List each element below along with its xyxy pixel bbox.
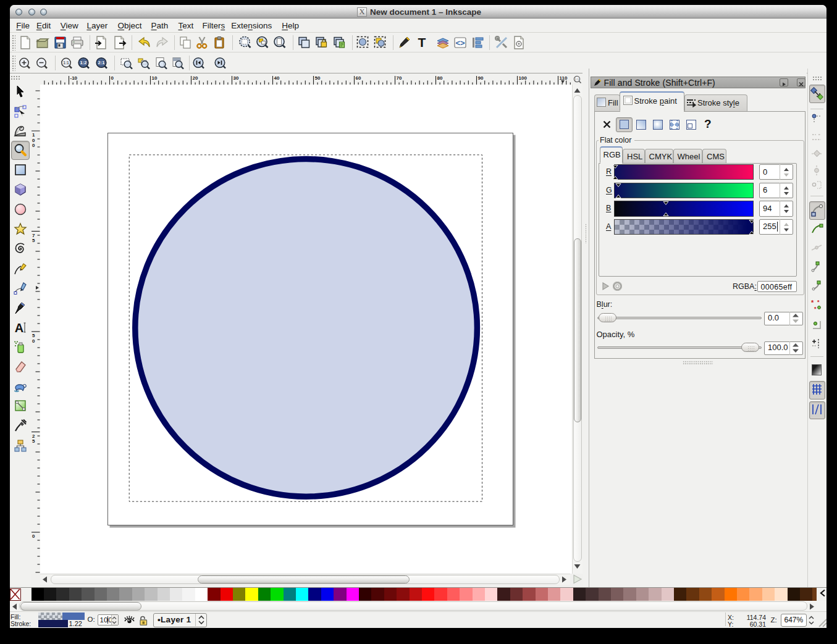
svg-text:1:1: 1:1 [63,61,69,65]
svg-text:50: 50 [314,75,320,81]
svg-text:100: 100 [518,75,527,81]
svg-text:A: A [15,321,23,335]
svg-text:0: 0 [32,143,35,148]
svg-text:70: 70 [396,75,402,81]
svg-text:1:1: 1:1 [575,78,579,81]
svg-text:30: 30 [233,75,238,81]
svg-text:60: 60 [355,75,361,81]
svg-text:90: 90 [477,75,483,81]
svg-text:2:1: 2:1 [98,60,105,65]
svg-text:40: 40 [274,75,279,81]
svg-text:5: 5 [32,438,35,444]
svg-text:10: 10 [151,75,157,81]
svg-text:0: 0 [32,533,35,539]
svg-text:110: 110 [559,75,567,81]
svg-text:80: 80 [437,75,442,81]
svg-text:<>: <> [455,38,465,48]
svg-text:1:2: 1:2 [80,60,87,65]
svg-text:20: 20 [192,75,198,81]
svg-text:*: * [814,306,817,312]
svg-text:*: * [817,299,820,305]
svg-text:T: T [418,35,426,49]
svg-text:5: 5 [32,238,35,243]
svg-text:0: 0 [32,338,35,344]
svg-text:-10: -10 [70,75,77,81]
svg-text:0: 0 [111,75,114,81]
